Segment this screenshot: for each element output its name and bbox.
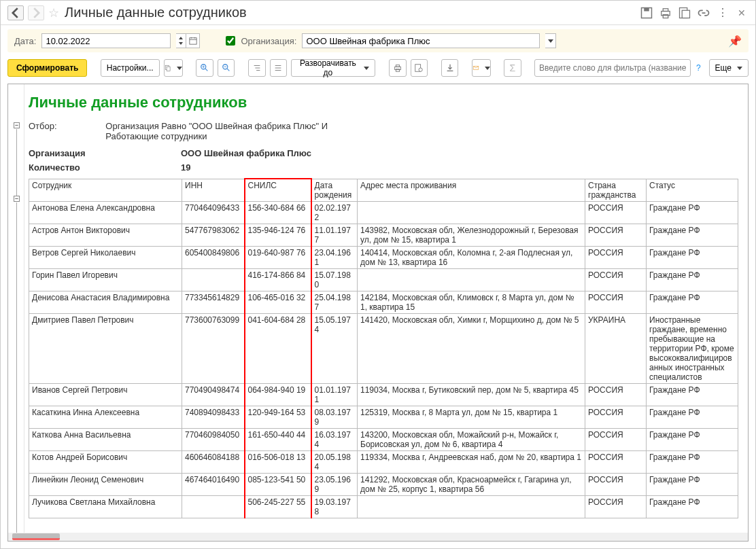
favorite-icon[interactable]: ☆ (48, 5, 59, 20)
save-file-button[interactable] (441, 59, 459, 77)
cell-country: РОССИЯ (585, 473, 647, 495)
count-summary-value: 19 (181, 162, 190, 173)
cell-status: Граждане РФ (647, 291, 738, 313)
generate-button[interactable]: Сформировать (7, 59, 87, 77)
table-row[interactable]: Дмитриев Павел Петрович773600763099041-6… (29, 313, 738, 383)
cell-inn: 467464016490 (182, 473, 245, 495)
cell-bdate: 02.02.1972 (311, 201, 358, 224)
cell-country: РОССИЯ (585, 383, 647, 406)
cell-country: РОССИЯ (585, 406, 647, 428)
cell-status: Граждане РФ (647, 406, 738, 428)
table-row[interactable]: Ветров Сергей Николаевич605400849806019-… (29, 246, 738, 268)
cell-status: Граждане РФ (647, 383, 738, 406)
table-row[interactable]: Антонова Елена Александровна770464096433… (29, 201, 738, 224)
expand-level-button[interactable]: Разворачивать до (291, 59, 375, 77)
back-button[interactable] (7, 5, 24, 20)
cell-status: Граждане РФ (647, 268, 738, 291)
close-icon[interactable]: ✕ (735, 6, 749, 20)
scrollbar-thumb[interactable] (12, 533, 60, 540)
cell-status: Иностранные граждане, временно пребывающ… (647, 313, 738, 383)
cell-status: Граждане РФ (647, 224, 738, 246)
cell-address (358, 495, 585, 518)
cell-country: РОССИЯ (585, 291, 647, 313)
expand-all-button[interactable] (248, 59, 266, 77)
settings-button[interactable]: Настройки... (101, 59, 160, 77)
cell-country: УКРАИНА (585, 313, 647, 383)
horizontal-scrollbar[interactable] (8, 533, 748, 541)
cell-snils: 106-465-016 32 (245, 291, 311, 313)
cell-status: Граждане РФ (647, 473, 738, 495)
svg-line-14 (205, 69, 208, 71)
zoom-in-button[interactable] (196, 59, 213, 77)
email-button[interactable] (472, 59, 491, 77)
collapse-all-button[interactable] (270, 59, 288, 77)
table-row[interactable]: Астров Антон Викторович547767983062135-9… (29, 224, 738, 246)
save-icon[interactable] (640, 6, 653, 20)
print-button[interactable] (389, 59, 407, 77)
cell-inn: 770490498474 (182, 383, 245, 406)
table-row[interactable]: Линейкин Леонид Семенович467464016490085… (29, 473, 738, 495)
org-checkbox[interactable] (226, 36, 235, 46)
table-row[interactable]: Денисова Анастасия Владимировна773345614… (29, 291, 738, 313)
col-inn: ИНН (182, 179, 245, 201)
table-row[interactable]: Котов Андрей Борисович460646084188016-50… (29, 450, 738, 473)
filter-help-icon[interactable]: ? (696, 63, 701, 73)
cell-inn (182, 495, 245, 518)
report-area: − − Личные данные сотрудников Отбор: Орг… (7, 84, 749, 542)
table-row[interactable]: Иванов Сергей Петрович770490498474064-98… (29, 383, 738, 406)
cell-address: 125319, Москва г, 8 Марта ул, дом № 15, … (358, 406, 585, 428)
link-icon[interactable] (697, 6, 710, 20)
cell-employee: Линейкин Леонид Семенович (29, 473, 182, 495)
cell-status: Граждане РФ (647, 450, 738, 473)
org-input[interactable]: ООО Швейная фабрика Плюс (302, 33, 540, 48)
cell-bdate: 15.05.1974 (311, 313, 358, 383)
cell-country: РОССИЯ (585, 428, 647, 450)
report-heading: Личные данные сотрудников (29, 94, 738, 111)
cell-snils: 041-604-684 28 (245, 313, 311, 383)
report-content: Личные данные сотрудников Отбор: Организ… (24, 84, 748, 541)
cell-snils: 064-984-940 19 (245, 383, 311, 406)
print-preview-button[interactable] (411, 59, 428, 77)
cell-address: 143200, Московская обл, Можайский р-н, М… (358, 428, 585, 450)
cell-status: Граждане РФ (647, 246, 738, 268)
cell-snils: 161-650-440 44 (245, 428, 311, 450)
more-menu-icon[interactable]: ⋮ (716, 6, 729, 20)
cell-snils: 416-174-866 84 (245, 268, 311, 291)
calendar-button[interactable] (186, 33, 200, 48)
table-row[interactable]: Горин Павел Игоревич416-174-866 8415.07.… (29, 268, 738, 291)
table-row[interactable]: Лучикова Светлана Михайловна506-245-227 … (29, 495, 738, 518)
cell-inn (182, 268, 245, 291)
count-summary-label: Количество (29, 162, 181, 173)
cell-status: Граждане РФ (647, 495, 738, 518)
cell-bdate: 19.03.1978 (311, 495, 358, 518)
col-employee: Сотрудник (29, 179, 182, 201)
cell-bdate: 11.01.1977 (311, 224, 358, 246)
collapse-toggle[interactable]: − (14, 196, 20, 202)
cell-address: 119334, Москва г, Андреевская наб, дом №… (358, 450, 585, 473)
cell-snils: 085-123-541 50 (245, 473, 311, 495)
col-country: Страна гражданства (585, 179, 647, 201)
forward-button[interactable] (28, 5, 44, 20)
zoom-out-button[interactable] (218, 59, 235, 77)
collapse-toggle[interactable]: − (14, 122, 20, 128)
cell-employee: Денисова Анастасия Владимировна (29, 291, 182, 313)
cell-address: 140414, Московская обл, Коломна г, 2-ая … (358, 246, 585, 268)
table-row[interactable]: Каткова Анна Васильевна770460984050161-6… (29, 428, 738, 450)
settings-variant-button[interactable] (164, 59, 183, 77)
cell-snils: 506-245-227 55 (245, 495, 311, 518)
cell-address: 141420, Московская обл, Химки г, Морщихи… (358, 313, 585, 383)
table-row[interactable]: Касаткина Инна Алексеевна740894098433120… (29, 406, 738, 428)
pin-icon[interactable]: 📌 (728, 35, 742, 48)
col-bdate: Дата рождения (311, 179, 358, 201)
more-button[interactable]: Еще (709, 59, 749, 77)
cell-employee: Антонова Елена Александровна (29, 201, 182, 224)
org-summary-value: ООО Швейная фабрика Плюс (181, 148, 311, 158)
org-dropdown-button[interactable] (545, 33, 556, 48)
sum-button[interactable]: Σ (504, 59, 521, 77)
filter-input[interactable] (534, 59, 691, 77)
preview-icon[interactable] (678, 6, 691, 20)
cell-snils: 016-506-018 13 (245, 450, 311, 473)
date-input[interactable]: 10.02.2022 (41, 33, 171, 48)
print-icon[interactable] (659, 6, 672, 20)
date-spin-button[interactable] (176, 33, 186, 48)
